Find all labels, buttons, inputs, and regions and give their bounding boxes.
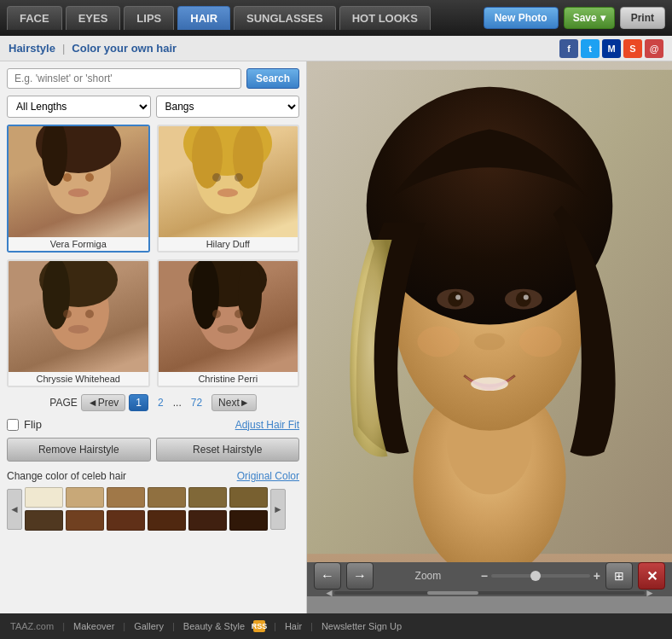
color-swatch-4[interactable] (148, 487, 186, 508)
page-label: PAGE (49, 397, 77, 409)
svg-point-35 (455, 295, 461, 300)
zoom-thumb[interactable] (530, 571, 541, 581)
subnav-separator: | (62, 42, 65, 55)
search-input[interactable] (7, 68, 241, 89)
crop-button[interactable]: ⊞ (605, 562, 633, 590)
celebrity-image-chryssie (9, 261, 148, 372)
tab-hair[interactable]: HAIR (177, 6, 230, 30)
swatches-next-button[interactable]: ► (270, 489, 286, 530)
zoom-minus[interactable]: − (481, 569, 488, 583)
scroll-thumb[interactable] (427, 591, 478, 595)
color-swatch-1[interactable] (25, 487, 63, 508)
original-color-link[interactable]: Original Color (237, 470, 299, 482)
scroll-left-button[interactable]: ◄ (324, 587, 334, 599)
email-icon[interactable]: @ (645, 39, 663, 58)
sub-nav: Hairstyle | Color your own hair f t M S … (0, 36, 672, 61)
close-button[interactable]: ✕ (638, 562, 665, 590)
adjust-hair-link[interactable]: Adjust Hair Fit (235, 419, 299, 431)
bangs-filter[interactable]: Bangs (156, 96, 300, 118)
length-filter[interactable]: All Lengths (7, 96, 151, 118)
subnav-hairstyle[interactable]: Hairstyle (9, 42, 55, 55)
stumbleupon-icon[interactable]: S (623, 39, 642, 58)
color-swatch-8[interactable] (66, 510, 104, 531)
left-panel: Search All Lengths Bangs (0, 61, 307, 613)
color-row-2 (25, 510, 268, 531)
tab-lips[interactable]: LIPS (124, 6, 174, 30)
scroll-track[interactable] (334, 591, 645, 595)
footer-link-beauty[interactable]: Beauty & Style (183, 621, 245, 631)
celebrity-item-chryssie[interactable]: Chryssie Whitehead (7, 259, 150, 387)
new-photo-button[interactable]: New Photo (484, 7, 559, 29)
celebrity-item-christine[interactable]: Christine Perri (157, 259, 300, 387)
color-swatch-12[interactable] (229, 510, 268, 531)
subnav-color-own[interactable]: Color your own hair (72, 42, 177, 55)
color-swatch-3[interactable] (107, 487, 145, 508)
footer-link-makeover[interactable]: Makeover (73, 621, 114, 631)
svg-point-12 (217, 189, 238, 197)
svg-point-16 (63, 310, 72, 318)
search-row: Search (7, 68, 299, 89)
tab-eyes[interactable]: EYES (66, 6, 121, 30)
flip-checkbox[interactable] (7, 419, 19, 431)
color-swatch-9[interactable] (107, 510, 145, 531)
zoom-label: Zoom (379, 570, 478, 582)
arrow-left-button[interactable]: ← (314, 562, 341, 590)
svg-point-18 (68, 325, 89, 334)
color-swatch-11[interactable] (188, 510, 227, 531)
celebrity-image-hilary (159, 126, 298, 237)
current-page[interactable]: 1 (129, 394, 148, 411)
search-button[interactable]: Search (246, 68, 299, 89)
color-swatch-2[interactable] (66, 487, 104, 508)
twitter-icon[interactable]: t (581, 39, 600, 58)
svg-point-4 (85, 173, 94, 182)
tab-bar: FACE EYES LIPS HAIR SUNGLASSES HOT LOOKS… (0, 0, 672, 36)
footer-link-newsletter[interactable]: Newsletter Sign Up (322, 621, 402, 631)
color-section-title: Change color of celeb hair (7, 470, 126, 482)
svg-point-38 (471, 377, 508, 391)
save-button[interactable]: Save ▾ (564, 7, 615, 29)
flip-label: Flip (24, 418, 42, 431)
myspace-icon[interactable]: M (602, 39, 621, 58)
svg-point-37 (474, 333, 505, 350)
zoom-row: Zoom − + (379, 569, 600, 583)
remove-hairstyle-button[interactable]: Remove Hairstyle (7, 438, 151, 462)
zoom-track[interactable] (491, 574, 590, 578)
arrow-right-button[interactable]: → (346, 562, 374, 590)
svg-point-11 (235, 173, 243, 182)
print-button[interactable]: Print (620, 7, 665, 29)
color-swatches (25, 487, 268, 531)
prev-page-button[interactable]: ◄Prev (81, 394, 126, 411)
celebrity-item-hilary[interactable]: Hilary Duff (157, 125, 300, 253)
reset-hairstyle-button[interactable]: Reset Hairstyle (156, 438, 300, 462)
color-swatch-7[interactable] (25, 510, 63, 531)
facebook-icon[interactable]: f (559, 39, 578, 58)
svg-point-34 (516, 292, 531, 307)
svg-point-36 (524, 295, 529, 300)
celebrity-item-vera[interactable]: Vera Formiga (7, 125, 150, 253)
page-total[interactable]: 72 (185, 395, 208, 410)
page-2[interactable]: 2 (152, 395, 170, 410)
celebrity-name-vera: Vera Formiga (9, 237, 148, 251)
footer-link-gallery[interactable]: Gallery (134, 621, 164, 631)
svg-point-3 (63, 173, 72, 182)
svg-point-10 (212, 173, 221, 182)
color-swatch-6[interactable] (229, 487, 268, 508)
footer-link-hair[interactable]: Hair (285, 621, 302, 631)
flip-row: Flip Adjust Hair Fit (7, 418, 299, 431)
svg-point-23 (212, 310, 221, 318)
horizontal-scrollbar[interactable]: ◄ ► (307, 590, 672, 596)
portrait-svg (307, 61, 672, 562)
tab-face[interactable]: FACE (7, 6, 62, 30)
color-swatch-5[interactable] (188, 487, 227, 508)
color-swatch-10[interactable] (148, 510, 186, 531)
tab-hot-looks[interactable]: HOT LOOKS (339, 6, 431, 30)
celebrity-name-christine: Christine Perri (159, 372, 298, 386)
tab-sunglasses[interactable]: SUNGLASSES (234, 6, 336, 30)
rss-icon[interactable]: RSS (253, 620, 265, 632)
next-page-button[interactable]: Next► (211, 394, 257, 411)
zoom-plus[interactable]: + (594, 569, 600, 583)
scroll-right-button[interactable]: ► (645, 587, 655, 599)
svg-point-25 (217, 325, 238, 334)
header-buttons: New Photo Save ▾ Print (484, 7, 665, 29)
swatches-prev-button[interactable]: ◄ (7, 489, 22, 530)
